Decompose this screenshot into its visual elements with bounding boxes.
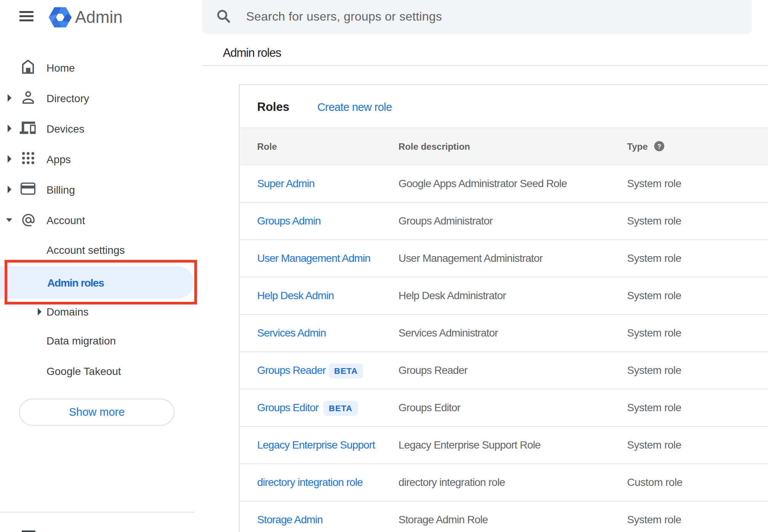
svg-text:?: ? <box>657 143 661 150</box>
